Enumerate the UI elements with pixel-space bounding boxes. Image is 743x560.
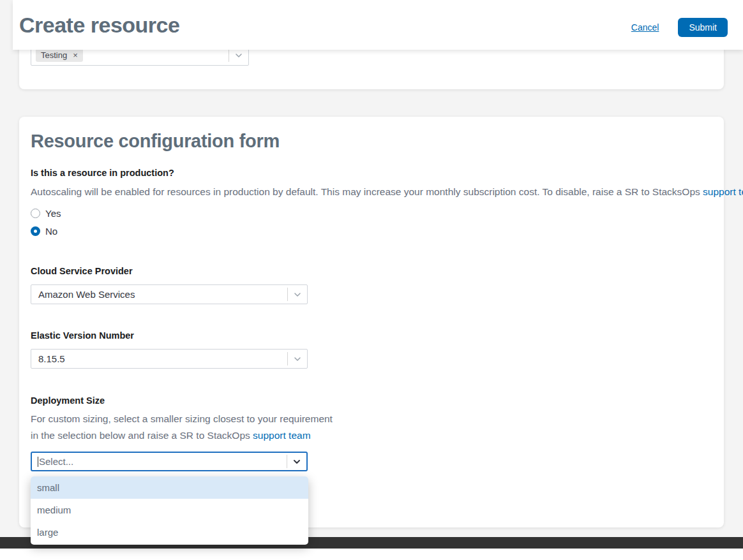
radio-label-yes: Yes	[45, 208, 61, 219]
chevron-down-icon[interactable]	[229, 51, 248, 60]
elastic-version-value: 8.15.5	[38, 353, 65, 364]
radio-input-yes[interactable]	[31, 209, 40, 218]
support-team-link[interactable]: support team	[703, 186, 743, 197]
elastic-version-label: Elastic Version Number	[31, 330, 134, 341]
page: Testing × Resource configuration form Is…	[0, 0, 743, 560]
production-question-label: Is this a resource in production?	[31, 168, 174, 178]
page-header: Create resource Cancel Submit	[13, 0, 743, 50]
radio-label-no: No	[45, 226, 57, 237]
deployment-help-body: in the selection below and raise a SR to…	[31, 430, 250, 441]
chevron-down-icon[interactable]	[288, 355, 307, 364]
cloud-provider-value: Amazon Web Services	[38, 289, 135, 300]
select-right-controls	[287, 350, 307, 368]
tag-chip-label: Testing	[41, 50, 67, 60]
deployment-size-label: Deployment Size	[31, 395, 105, 406]
support-team-link[interactable]: support team	[253, 430, 310, 441]
deployment-size-select[interactable]: Select...	[31, 452, 308, 471]
production-help-text: Autoscaling will be enabled for resource…	[31, 186, 743, 198]
cancel-link[interactable]: Cancel	[631, 22, 659, 33]
select-right-controls	[287, 453, 306, 470]
deployment-size-help-line1: For custom sizing, select a smaller sizi…	[31, 413, 333, 425]
production-help-body: Autoscaling will be enabled for resource…	[31, 186, 700, 197]
submit-button[interactable]: Submit	[678, 18, 728, 37]
chevron-down-icon[interactable]	[288, 290, 307, 299]
text-caret	[38, 457, 38, 467]
header-actions: Cancel Submit	[631, 0, 728, 50]
deployment-size-dropdown-menu: small medium large	[31, 476, 308, 545]
cloud-provider-select[interactable]: Amazon Web Services	[31, 284, 308, 304]
select-right-controls	[287, 285, 307, 304]
radio-option-yes[interactable]: Yes	[31, 208, 61, 219]
dropdown-option-medium[interactable]: medium	[31, 499, 308, 521]
cloud-provider-label: Cloud Service Provider	[31, 266, 133, 276]
resource-config-card: Resource configuration form Is this a re…	[19, 117, 724, 527]
deployment-size-help-line2: in the selection below and raise a SR to…	[31, 430, 311, 441]
tag-chip: Testing ×	[36, 48, 83, 62]
remove-tag-icon[interactable]: ×	[73, 50, 78, 60]
radio-input-no[interactable]	[31, 226, 40, 236]
radio-option-no[interactable]: No	[31, 226, 57, 237]
dropdown-option-large[interactable]: large	[31, 521, 308, 543]
chevron-down-icon[interactable]	[287, 457, 306, 466]
dropdown-option-small[interactable]: small	[31, 476, 308, 499]
elastic-version-select[interactable]: 8.15.5	[31, 349, 308, 369]
page-title: Create resource	[19, 13, 179, 38]
select-placeholder: Select...	[39, 456, 73, 467]
form-title: Resource configuration form	[31, 131, 280, 152]
